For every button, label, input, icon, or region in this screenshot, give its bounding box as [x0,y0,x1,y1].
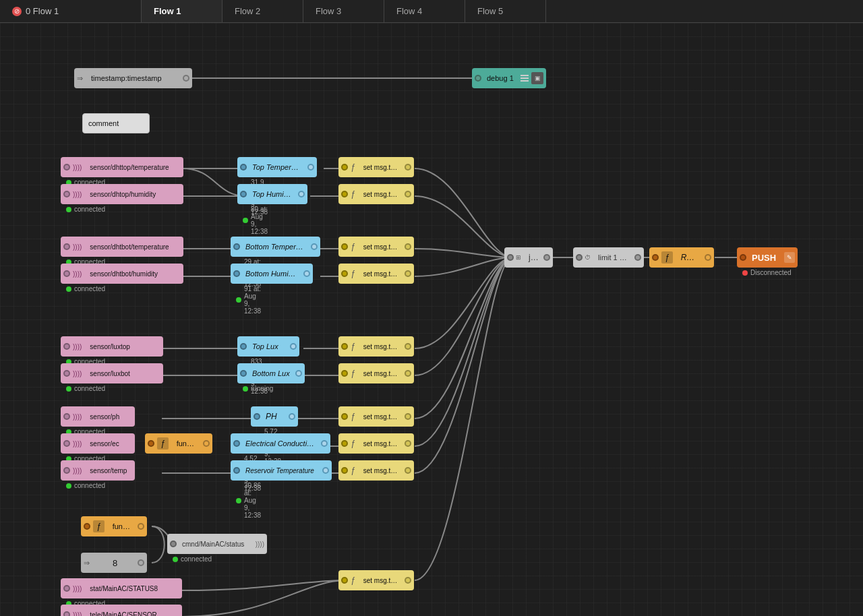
ec-output[interactable] [321,440,328,447]
bot-hum-input[interactable] [233,270,240,277]
function2-node[interactable]: ƒ function 2 [81,516,147,536]
sensor-dhtbot-temp-input[interactable] [63,243,70,250]
set-topic-1-node[interactable]: ƒ set msg.topic [338,157,414,177]
res-temp-output[interactable] [322,467,329,474]
set-topic-5-node[interactable]: ƒ set msg.topic [338,336,414,357]
bot-lux-input[interactable] [240,370,247,377]
cmnd-status-input[interactable] [170,541,177,547]
ph-node[interactable]: PH [251,406,298,427]
tab-flow1[interactable]: Flow 1 [142,0,222,22]
flow-canvas[interactable]: ⇒ timestamp:timestamp debug 1 ▣ comment … [0,23,863,616]
top-lux-output[interactable] [290,343,297,350]
sensor-temp-input[interactable] [63,467,70,474]
set-topic-7-node[interactable]: ƒ set msg.topic [338,406,414,427]
set-topic-5-input[interactable] [341,343,348,350]
sensor-dhtbot-temp-node[interactable]: )))) sensor/dhtbot/temperature [61,237,183,257]
function10-node[interactable]: ƒ function 10 [145,433,212,454]
sensor-dhtbot-hum-input[interactable] [63,270,70,277]
set-topic-5-output[interactable] [405,343,411,350]
ec-node[interactable]: Electrical Conductivity [231,433,330,454]
bot-temp-output[interactable] [311,243,318,250]
join-node[interactable]: ⊞ join [504,247,553,268]
sensor-dhttop-hum-input[interactable] [63,191,70,197]
reformat-output[interactable] [705,254,711,261]
bot-lux-output[interactable] [295,370,302,377]
bot-temp-input[interactable] [233,243,240,250]
set-topic-10-input[interactable] [341,577,348,584]
tab-flow4[interactable]: Flow 4 [384,0,465,22]
set-topic-9-input[interactable] [341,467,348,474]
set-topic-2-output[interactable] [405,191,411,197]
reformat-input[interactable] [652,254,659,261]
push-edit-icon[interactable]: ✎ [784,252,795,263]
top-temp-output[interactable] [307,164,314,171]
top-hum-node[interactable]: Top Humidity [237,184,307,204]
set-topic-4-node[interactable]: ƒ set msg.topic [338,264,414,284]
set-topic-8-output[interactable] [405,440,411,447]
comment-node[interactable]: comment [82,113,150,133]
timestamp-node[interactable]: ⇒ timestamp:timestamp [74,68,192,88]
bot-lux-node[interactable]: Bottom Lux [237,363,305,383]
function10-input[interactable] [148,440,154,447]
set-topic-3-output[interactable] [405,243,411,250]
sensor-luxtop-node[interactable]: )))) sensor/luxtop [61,336,163,357]
top-lux-node[interactable]: Top Lux [237,336,299,357]
ph-input[interactable] [254,413,260,420]
set-topic-6-output[interactable] [405,370,411,377]
top-lux-input[interactable] [240,343,247,350]
function10-output[interactable] [203,440,210,447]
tab-flow5[interactable]: Flow 5 [465,0,546,22]
tab-error[interactable]: ⊘ 0 Flow 1 [0,0,142,22]
set-topic-4-output[interactable] [405,270,411,277]
top-temp-node[interactable]: Top Temperature [237,157,317,177]
limit-node[interactable]: ⏱ limit 1 msg/m [573,247,644,268]
set-topic-10-output[interactable] [405,577,411,584]
set-topic-9-node[interactable]: ƒ set msg.topic [338,460,414,481]
stat-main-node[interactable]: )))) stat/MainAC/STATUS8 [61,578,182,598]
set-topic-7-output[interactable] [405,413,411,420]
ph-output[interactable] [289,413,295,420]
push-input[interactable] [740,254,746,261]
sensor-dhttop-temp-input[interactable] [63,164,70,171]
debug-toggle-btn[interactable]: ▣ [531,72,543,84]
sensor-ph-input[interactable] [63,413,70,420]
set-topic-1-output[interactable] [405,164,411,171]
res-temp-node[interactable]: Reservoir Temperature [231,460,332,481]
set-topic-2-node[interactable]: ƒ set msg.topic [338,184,414,204]
set-topic-4-input[interactable] [341,270,348,277]
bot-hum-output[interactable] [303,270,310,277]
top-temp-input[interactable] [240,164,247,171]
sensor-luxtop-input[interactable] [63,343,70,350]
reformat-node[interactable]: ƒ Reformat [649,247,714,268]
sensor-ec-node[interactable]: )))) sensor/ec [61,433,135,454]
sensor-luxbot-input[interactable] [63,370,70,377]
sensor-dhtbot-hum-node[interactable]: )))) sensor/dhtbot/humidity [61,264,183,284]
top-hum-input[interactable] [240,191,247,197]
set-topic-6-input[interactable] [341,370,348,377]
function2-output[interactable] [138,523,144,530]
tele-main-node[interactable]: )))) tele/MainAC/SENSOR [61,605,182,616]
sensor-ph-node[interactable]: )))) sensor/ph [61,406,135,427]
bot-hum-node[interactable]: Bottom Humidity [231,264,313,284]
join-output[interactable] [543,254,550,261]
sensor-luxbot-node[interactable]: )))) sensor/luxbot [61,363,163,383]
push-node[interactable]: PUSH ✎ [737,247,798,268]
set-topic-8-input[interactable] [341,440,348,447]
debug1-input-port[interactable] [475,75,481,82]
set-topic-10-node[interactable]: ƒ set msg.topic [338,570,414,590]
set-topic-7-input[interactable] [341,413,348,420]
set-topic-6-node[interactable]: ƒ set msg.topic [338,363,414,383]
sensor-temp-node[interactable]: )))) sensor/temp [61,460,135,481]
ec-input[interactable] [233,440,240,447]
tab-flow2[interactable]: Flow 2 [222,0,303,22]
limit-input[interactable] [576,254,583,261]
sensor-dhttop-hum-node[interactable]: )))) sensor/dhtop/humidity [61,184,183,204]
function2-input[interactable] [84,523,90,530]
join-input[interactable] [507,254,514,261]
tele-main-input[interactable] [63,611,70,616]
sensor-dhttop-temp-node[interactable]: )))) sensor/dhttop/temperature [61,157,183,177]
inject8-output[interactable] [138,559,144,566]
set-topic-3-input[interactable] [341,243,348,250]
set-topic-8-node[interactable]: ƒ set msg.topic [338,433,414,454]
res-temp-input[interactable] [233,467,240,474]
